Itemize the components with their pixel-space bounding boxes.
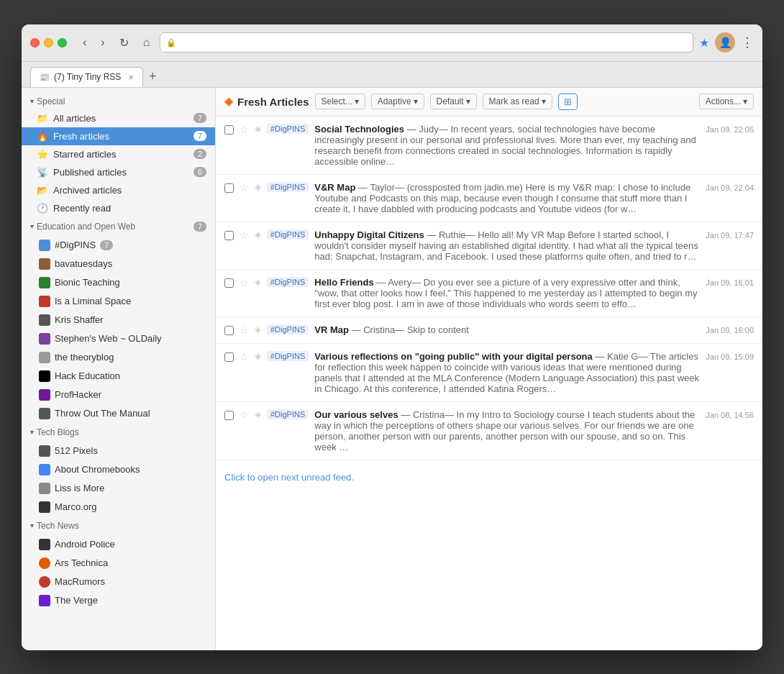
- star-icon[interactable]: ☆: [240, 351, 249, 363]
- sidebar-feed-512-pixels[interactable]: 512 Pixels: [22, 442, 215, 460]
- table-row[interactable]: ☆ ◈ #DigPINS Social Technologies — Judy—…: [216, 117, 762, 175]
- profile-button[interactable]: 👤: [715, 32, 735, 53]
- table-row[interactable]: ☆ ◈ #DigPINS Hello Friends — Avery— Do y…: [216, 270, 762, 317]
- star-icon[interactable]: ☆: [240, 124, 249, 135]
- table-row[interactable]: ☆ ◈ #DigPINS Our various selves — Cristi…: [216, 402, 762, 460]
- adaptive-button[interactable]: Adaptive ▾: [371, 94, 424, 109]
- star-icon[interactable]: ☆: [240, 277, 249, 288]
- sidebar-item-all-articles[interactable]: 📁 All articles 7: [22, 109, 215, 127]
- published-articles-badge: 6: [193, 167, 206, 177]
- sidebar-feed-liss-is-more[interactable]: Liss is More: [22, 479, 215, 498]
- article-tag[interactable]: #DigPINS: [267, 124, 309, 134]
- sidebar-feed-liminal-space[interactable]: Is a Liminal Space: [22, 292, 215, 311]
- mark-read-button[interactable]: Mark as read ▾: [483, 94, 552, 109]
- education-group-header[interactable]: ▾ Education and Open Web 7: [22, 217, 215, 236]
- sidebar-feed-ars-technica[interactable]: Ars Technica: [22, 554, 215, 573]
- default-button[interactable]: Default ▾: [430, 94, 477, 109]
- marco-org-icon: [39, 501, 50, 513]
- sidebar-feed-digpins[interactable]: #DigPINS 7: [22, 236, 215, 255]
- sidebar-feed-the-verge[interactable]: The Verge: [22, 591, 215, 610]
- actions-button[interactable]: Actions... ▾: [699, 94, 754, 109]
- star-icon[interactable]: ☆: [240, 409, 249, 421]
- table-row[interactable]: ☆ ◈ #DigPINS V&R Map — Taylor— (crosspos…: [216, 175, 762, 222]
- back-button[interactable]: ‹: [78, 33, 91, 52]
- sidebar-feed-bavatuesdays[interactable]: bavatuesdays: [22, 255, 215, 273]
- tech-news-group-header[interactable]: ▾ Tech News: [22, 516, 215, 535]
- article-title[interactable]: V&R Map — Taylor— (crossposted from jadi…: [314, 182, 690, 214]
- url-input[interactable]: https://reader.jadin.me/#f=-3&c=0: [181, 37, 687, 48]
- reload-button[interactable]: ↻: [115, 33, 133, 53]
- close-button[interactable]: [30, 38, 40, 47]
- sidebar-feed-hack-education[interactable]: Hack Education: [22, 367, 215, 386]
- article-checkbox[interactable]: [224, 411, 234, 420]
- bookmark-button[interactable]: ★: [699, 36, 709, 50]
- more-button[interactable]: ⋮: [741, 35, 754, 50]
- sidebar-item-fresh-articles[interactable]: 🔥 Fresh articles 7: [22, 127, 215, 145]
- article-tag[interactable]: #DigPINS: [267, 182, 309, 192]
- special-section-header[interactable]: ▾ Special: [22, 94, 215, 109]
- kris-shaffer-icon: [39, 314, 50, 326]
- article-title[interactable]: Our various selves — Cristina— In my Int…: [314, 409, 695, 452]
- article-tag[interactable]: #DigPINS: [267, 229, 309, 240]
- about-chromebooks-label: About Chromebooks: [55, 464, 140, 475]
- article-title[interactable]: Social Technologies — Judy— In recent ye…: [314, 124, 696, 167]
- tab-tiny-rss[interactable]: 📰 (7) Tiny Tiny RSS ×: [30, 67, 143, 87]
- article-title[interactable]: Various reflections on "going public" wi…: [314, 351, 699, 394]
- article-title[interactable]: Hello Friends — Avery— Do you ever see a…: [314, 277, 697, 309]
- all-articles-label: All articles: [53, 113, 189, 124]
- star-icon[interactable]: ☆: [240, 324, 249, 336]
- sidebar-feed-throw-out-manual[interactable]: Throw Out The Manual: [22, 404, 215, 423]
- sidebar-item-starred-articles[interactable]: ⭐ Starred articles 2: [22, 145, 215, 163]
- star-icon[interactable]: ☆: [240, 229, 249, 241]
- sidebar-item-recently-read[interactable]: 🕐 Recently read: [22, 199, 215, 217]
- sidebar-feed-android-police[interactable]: Android Police: [22, 535, 215, 554]
- article-checkbox[interactable]: [224, 183, 234, 193]
- article-content: V&R Map — Taylor— (crossposted from jadi…: [314, 182, 700, 214]
- tab-close-button[interactable]: ×: [128, 72, 134, 83]
- chevron-down-icon: ▾: [414, 96, 418, 106]
- article-checkbox[interactable]: [224, 278, 234, 288]
- sidebar-feed-kris-shaffer[interactable]: Kris Shaffer: [22, 311, 215, 329]
- article-checkbox[interactable]: [224, 125, 234, 135]
- sidebar-feed-marco-org[interactable]: Marco.org: [22, 498, 215, 516]
- stephens-web-label: Stephen's Web ~ OLDaily: [55, 333, 162, 344]
- article-title[interactable]: Unhappy Digital Citizens — Ruthie— Hello…: [314, 229, 698, 262]
- about-chromebooks-icon: [39, 464, 50, 475]
- sidebar-item-published-articles[interactable]: 📡 Published articles 6: [22, 163, 215, 181]
- sidebar-feed-theoryblog[interactable]: the theoryblog: [22, 348, 215, 367]
- article-checkbox[interactable]: [224, 231, 234, 240]
- minimize-button[interactable]: [44, 38, 53, 47]
- table-row[interactable]: ☆ ◈ #DigPINS Unhappy Digital Citizens — …: [216, 222, 762, 270]
- rss-icon: ◈: [255, 351, 261, 361]
- published-articles-label: Published articles: [53, 167, 189, 178]
- sidebar-item-archived-articles[interactable]: 📂 Archived articles: [22, 181, 215, 199]
- tech-blogs-group-header[interactable]: ▾ Tech Blogs: [22, 423, 215, 442]
- article-title[interactable]: VR Map — Cristina— Skip to content: [314, 324, 469, 335]
- education-group-badge: 7: [193, 222, 206, 232]
- forward-button[interactable]: ›: [96, 33, 109, 52]
- bavatuesdays-label: bavatuesdays: [55, 258, 112, 269]
- table-row[interactable]: ☆ ◈ #DigPINS VR Map — Cristina— Skip to …: [216, 317, 762, 344]
- sidebar-feed-stephens-web[interactable]: Stephen's Web ~ OLDaily: [22, 329, 215, 348]
- table-row[interactable]: ☆ ◈ #DigPINS Various reflections on "goi…: [216, 344, 762, 402]
- fullscreen-button[interactable]: [58, 38, 67, 47]
- article-checkbox[interactable]: [224, 326, 234, 335]
- article-tag[interactable]: #DigPINS: [267, 351, 309, 361]
- next-feed-link[interactable]: Click to open next unread feed.: [216, 460, 762, 494]
- sidebar-feed-profhacker[interactable]: ProfHacker: [22, 386, 215, 404]
- article-content: Social Technologies — Judy— In recent ye…: [314, 124, 700, 167]
- article-tag[interactable]: #DigPINS: [267, 277, 309, 287]
- grid-view-button[interactable]: ⊞: [558, 94, 578, 110]
- article-tag[interactable]: #DigPINS: [267, 324, 309, 334]
- star-icon[interactable]: ☆: [240, 182, 249, 193]
- select-button[interactable]: Select... ▾: [315, 94, 365, 109]
- sidebar-feed-bionic-teaching[interactable]: Bionic Teaching: [22, 273, 215, 292]
- digpins-icon: [39, 240, 50, 251]
- fresh-articles-label: Fresh articles: [53, 131, 189, 142]
- sidebar-feed-about-chromebooks[interactable]: About Chromebooks: [22, 460, 215, 479]
- sidebar-feed-macrumors[interactable]: MacRumors: [22, 573, 215, 591]
- new-tab-button[interactable]: +: [143, 69, 163, 84]
- home-button[interactable]: ⌂: [139, 33, 155, 52]
- article-checkbox[interactable]: [224, 352, 234, 362]
- article-tag[interactable]: #DigPINS: [267, 409, 309, 419]
